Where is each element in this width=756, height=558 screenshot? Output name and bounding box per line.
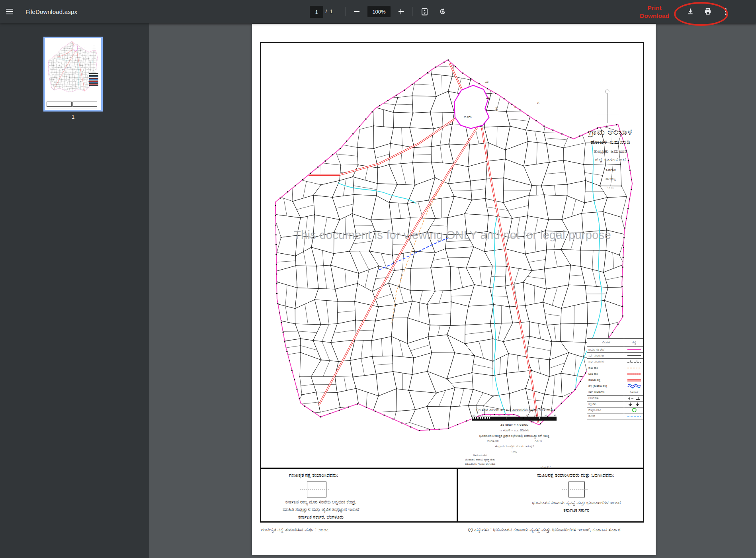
thumbnail-page-number: 1 [43,114,103,120]
credits-left-text: ಕರ್ನಾಟಕ ರಾಜ್ಯ ದೂರ ಸಂವೇದಿ ಅನ್ವಯಿಕ ಕೇಂದ್ರ,… [261,498,381,521]
download-icon [687,8,694,15]
thumbnail-sidebar: 1 [0,23,149,558]
legend-row: ಮೆಟ್ಟಲು ಬಾವಿ [587,407,643,413]
issuer-micro-text: ಅಳತೆ ಪರವಾನಿಗೆ ಭೂಮಾಪನ ಕಂದಾಯ ವ್ಯವಸ್ಥೆ ಮತ್ತ… [436,453,524,466]
scale-tick-label: ೬೦ [545,414,547,417]
scale-bar-labels: ೧೦೫೦೧೦೨೦೩೦೪೦೫೦೬೦೭೦ [473,414,556,417]
page-number-input[interactable] [310,6,323,18]
micro-line-3: ಭೂದಾಖಲೆಗಳ ಇಲಾಖೆ, ಬೆಂಗಳೂರು [436,462,524,466]
minus-icon [354,11,359,12]
page-thumbnail[interactable] [43,37,103,112]
legend-symbol-stones [624,401,643,407]
thumbnail-credit-boxes [47,102,97,107]
scale-tick-label: ೦ [490,414,491,417]
annotation-text: Print Download [627,4,682,20]
credits-left-line1: ಕರ್ನಾಟಕ ರಾಜ್ಯ ದೂರ ಸಂವೇದಿ ಅನ್ವಯಿಕ ಕೇಂದ್ರ, [261,498,381,506]
thumbnail-legend-block [89,73,98,86]
credits-row: ಗಣಕೀಕೃತ ನಕ್ಷೆ ತಯಾರಿಸಿದವರು: ಕರ್ನಾಟಕ ರಾಜ್ಯ… [261,468,643,521]
legend-header-desc: ವಿವರಣೆ [587,339,624,347]
map-legend: ವಿವರಣೆ ಚಿನ್ಹೆ ಗ್ರಾಮದ ಗಡಿ ರೇಖೆಸರ್ವೆ ನಂಬರ … [587,338,643,419]
annotation-download-label: Download [627,12,682,20]
copyright-line: ⓒ ಹಕ್ಕುಗಳು : ಭೂಮಾಪನ ಕಂದಾಯ ವ್ಯವಸ್ಥೆ ಮತ್ತು… [468,527,620,533]
legend-symbol-survey-numbers: ೧,೨,೩,೪ [624,389,643,395]
scale-city: ಬೆಂಗಳೂರು [487,439,499,443]
scale-tick-label: ೧೦ [473,414,475,417]
legend-symbol-bunds [624,395,643,401]
legend-row-label: ಕಾಲುವೆ [587,413,624,419]
legend-symbol-tar-road [624,377,643,383]
toolbar-divider [346,7,346,16]
toolbar-divider [412,7,412,16]
rotate-button[interactable] [436,4,450,19]
browser-window: FileDownload.aspx / 1 100% [0,0,756,558]
legend-row: ಕಾಲು ದಾರಿ [587,365,643,371]
legend-row-label: ಗ್ರಾಮದ ಗಡಿ ರೇಖೆ [587,347,624,352]
zoom-in-button[interactable] [394,4,408,19]
legend-row: ಹಿಸ್ಸಾ ನಂಬರುಗಳು [587,358,643,364]
download-button[interactable] [683,4,697,19]
taluk-line: ತಾಲ್ಲೂಕು ಜಮಖಂಡಿ [563,149,643,154]
state-line: ಕರ್ನಾಟಕ [563,168,643,172]
rotate-icon [439,8,447,16]
legend-row-label: ಕಲ್ಲುಗಳು [587,401,624,407]
credits-right-text: ಭೂಮಾಪನ ಕಂದಾಯ ವ್ಯವಸ್ಥೆ ಮತ್ತು ಭೂದಾಖಲೆಗಳ ಇಲ… [505,499,648,514]
menu-button[interactable] [0,0,19,23]
thumbnail-map [46,39,100,97]
svg-text:ಮ: ಮ [485,80,488,84]
scale-note-1: ೨೦ ಸರಪಳಿ = ೧ ಅಂಗುಲ [443,423,586,427]
credits-left-line2: ಮಾಹಿತಿ ತಂತ್ರಜ್ಞಾನ ಮತ್ತು ಜೈವಿಕ ತಂತ್ರಜ್ಞಾನ… [261,506,381,513]
toolbar-center: / 1 100% [303,0,462,23]
thumbnail-page [45,38,101,110]
ksrsac-logo-placeholder [307,482,326,497]
credits-right-heading: ಮೂಲನಕ್ಷೆ ತಯಾರಿಸಿದವರು ಮತ್ತು ಒದಗಿಸಿದವರು: [504,472,647,478]
pdf-viewer-area[interactable]: ಮಮುತ್ಯರಗಊರು This document is for viewing… [149,23,756,558]
svg-text:ತ್ಯ: ತ್ಯ [495,106,498,111]
pdf-page: ಮಮುತ್ಯರಗಊರು This document is for viewing… [252,24,656,555]
page-count-label: / 1 [324,8,333,14]
svg-text:ಗ: ಗ [537,101,539,105]
legend-symbol-footpath [624,365,643,371]
legend-row: ಕಾಲುವೆ [587,413,643,419]
legend-row-label: ಬಾಂದುಗಳು [587,395,624,401]
scale-tick-label: ೫ [482,414,483,417]
toolbar-left: FileDownload.aspx [0,0,77,23]
legend-row: ಗ್ರಾಮದ ಗಡಿ ರೇಖೆ [587,347,643,352]
legend-symbol-step-well [624,407,643,413]
legend-row: ಬಂಡಿ ದಾರಿ [587,371,643,377]
credits-left-cell: ಗಣಕೀಕೃತ ನಕ್ಷೆ ತಯಾರಿಸಿದವರು: ಕರ್ನಾಟಕ ರಾಜ್ಯ… [261,469,458,521]
north-arrow-icon [597,90,619,123]
three-dot-menu-icon [725,8,726,15]
scale-tick-label: ೪೦ [526,414,528,417]
print-button[interactable] [701,4,715,19]
scale-note-5: ಈ ಗ್ರಾಮದ ಅಖೈರು ನಂಬರು ಇರುತ್ತದೆ [443,444,586,448]
credits-left-heading: ಗಣಕೀಕೃತ ನಕ್ಷೆ ತಯಾರಿಸಿದವರು: [289,472,338,478]
legend-row: ಬಾಂದುಗಳು [587,395,643,401]
pdf-toolbar: FileDownload.aspx / 1 100% [0,0,756,23]
fit-to-page-button[interactable] [417,4,432,19]
legend-symbol-stream [624,383,643,389]
dept-logo-placeholder [568,482,585,497]
credits-right-line1: ಭೂಮಾಪನ ಕಂದಾಯ ವ್ಯವಸ್ಥೆ ಮತ್ತು ಭೂದಾಖಲೆಗಳ ಇಲ… [505,499,648,507]
svg-text:ಮು: ಮು [486,96,490,100]
scale-note-4: ಬೆಂಗಳೂರು ೧೯೭೮ [443,439,586,443]
micro-line-2: ಭೂಮಾಪನ ಕಂದಾಯ ವ್ಯವಸ್ಥೆ ಮತ್ತು [436,457,524,462]
map-frame: ಮಮುತ್ಯರಗಊರು This document is for viewing… [260,42,644,523]
legend-row-label: ಬಂಡಿ ದಾರಿ [587,371,624,377]
zoom-out-button[interactable] [350,4,364,19]
svg-text:ರ: ರ [514,105,516,109]
credits-right-line2: ಕರ್ನಾಟಕ ಸರ್ಕಾರ [505,507,648,514]
map-title-block: ಗ್ರಾಮ ಆಲಬಾಳ ಹೋಬಳಿ ಜಮಖಂಡಿ ತಾಲ್ಲೂಕು ಜಮಖಂಡಿ… [563,127,643,189]
credits-left-line3: ಕರ್ನಾಟಕ ಸರ್ಕಾರ, ಬೆಂಗಳೂರು [261,513,381,521]
legend-symbol-cart-track [624,371,643,377]
title-year: ೧೯೭೭ [563,186,643,189]
zoom-level-field[interactable]: 100% [367,6,391,17]
credits-right-cell: ಮೂಲನಕ್ಷೆ ತಯಾರಿಸಿದವರು ಮತ್ತು ಒದಗಿಸಿದವರು: ಭ… [458,469,643,521]
scale-bar [472,417,557,421]
scale-note-3: ಭೂಮಾಪನ ಆಯುಕ್ತರ ಪ್ರಧಾನ ಕಛೇರಿಯಲ್ಲಿ ತಯಾರಿಸಿ… [443,434,586,438]
legend-symbol-village-boundary [624,347,643,352]
scale-tick-label: ೨೦ [508,414,510,417]
legend-row: ಕಲ್ಲುಗಳು [587,401,643,407]
scale-year: ೧೯೭೮ [535,439,542,443]
more-options-button[interactable] [719,4,733,19]
legend-row-label: ಕಾಲು ದಾರಿ [587,365,624,371]
